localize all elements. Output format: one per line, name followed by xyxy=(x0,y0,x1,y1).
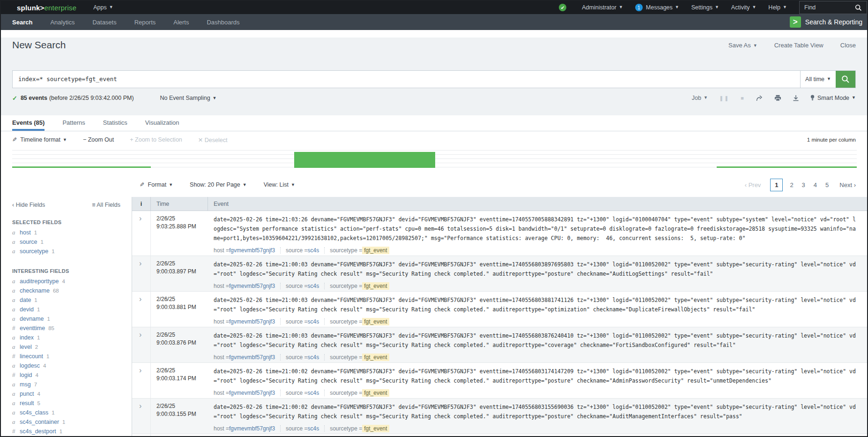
sourcetype-value[interactable]: fgt_event xyxy=(362,247,389,254)
page-button-3[interactable]: 3 xyxy=(802,181,805,188)
source-value[interactable]: sc4s xyxy=(307,318,319,325)
timeline-format-menu[interactable]: ✎ Timeline format▼ xyxy=(12,136,67,143)
source-value[interactable]: sc4s xyxy=(307,354,319,361)
expand-event-icon[interactable]: › xyxy=(139,331,141,339)
zoom-out-button[interactable]: − Zoom Out xyxy=(83,136,114,143)
health-status-button[interactable]: ✔ xyxy=(559,4,570,11)
field-item-level[interactable]: alevel2 xyxy=(12,342,132,352)
source-value[interactable]: sc4s xyxy=(307,283,319,289)
field-item-checkname[interactable]: acheckname68 xyxy=(12,286,132,295)
field-item-eventtime[interactable]: #eventtime85 xyxy=(12,324,132,333)
sourcetype-value[interactable]: fgt_event xyxy=(362,425,389,432)
field-item-result[interactable]: aresult5 xyxy=(12,399,132,408)
page-button-5[interactable]: 5 xyxy=(825,181,829,188)
nav-alerts[interactable]: Alerts xyxy=(173,19,189,26)
administrator-menu[interactable]: Administrator▼ xyxy=(582,4,623,11)
timeline-bar[interactable] xyxy=(717,166,857,168)
field-item-index[interactable]: aindex1 xyxy=(12,333,132,342)
current-app[interactable]: > Search & Reporting xyxy=(790,16,862,28)
timeline-bar[interactable] xyxy=(12,166,151,168)
per-page-menu[interactable]: Show: 20 Per Page▼ xyxy=(190,181,247,188)
field-item-date[interactable]: adate1 xyxy=(12,295,132,305)
nav-dashboards[interactable]: Dashboards xyxy=(207,19,239,26)
host-value[interactable]: fgvmevmbf57gnjf3 xyxy=(229,283,275,289)
field-item-logid[interactable]: #logid4 xyxy=(12,370,132,380)
source-value[interactable]: sc4s xyxy=(307,425,319,432)
sourcetype-value[interactable]: fgt_event xyxy=(362,389,389,397)
search-mode-menu[interactable]: Smart Mode▼ xyxy=(810,95,856,101)
expand-event-icon[interactable]: › xyxy=(139,402,141,410)
nav-datasets[interactable]: Datasets xyxy=(92,19,116,26)
activity-menu[interactable]: Activity▼ xyxy=(731,4,757,11)
tab-events[interactable]: Events (85) xyxy=(12,115,45,131)
source-value[interactable]: sc4s xyxy=(307,247,319,254)
find-input[interactable]: Find xyxy=(799,1,867,14)
sourcetype-value[interactable]: fgt_event xyxy=(362,318,389,325)
job-menu[interactable]: Job▼ xyxy=(692,95,708,101)
all-fields-button[interactable]: ≡ All Fields xyxy=(92,202,120,208)
search-button[interactable] xyxy=(836,71,855,88)
tab-patterns[interactable]: Patterns xyxy=(62,115,85,131)
host-value[interactable]: fgvmevmbf57gnjf3 xyxy=(229,318,275,325)
expand-event-icon[interactable]: › xyxy=(139,214,141,222)
source-value[interactable]: sc4s xyxy=(307,390,319,396)
page-button-2[interactable]: 2 xyxy=(790,181,793,188)
tab-visualization[interactable]: Visualization xyxy=(145,115,179,131)
field-item-linecount[interactable]: #linecount1 xyxy=(12,352,132,361)
field-item-source[interactable]: asource1 xyxy=(12,237,132,247)
format-menu[interactable]: ✎ Format▼ xyxy=(140,181,173,188)
event-row: ›2/26/259:00:03.881 PMdate=2025-02-26 ti… xyxy=(132,292,867,327)
field-item-sourcetype[interactable]: asourcetype1 xyxy=(12,247,132,256)
event-raw-line: date=2025-02-26 time=21:00:03 devname="F… xyxy=(214,295,867,305)
sourcetype-value[interactable]: fgt_event xyxy=(362,354,389,361)
pagination-pages: 12345 xyxy=(767,179,833,191)
host-value[interactable]: fgvmevmbf57gnjf3 xyxy=(229,425,275,432)
sourcetype-label: sourcetype = xyxy=(330,390,362,396)
tab-statistics[interactable]: Statistics xyxy=(103,115,127,131)
host-value[interactable]: fgvmevmbf57gnjf3 xyxy=(229,354,275,361)
expand-event-icon[interactable]: › xyxy=(139,366,141,374)
host-value[interactable]: fgvmevmbf57gnjf3 xyxy=(229,390,275,396)
field-item-sc4s_class[interactable]: asc4s_class1 xyxy=(12,408,132,417)
timeline-bar[interactable] xyxy=(294,152,435,168)
field-item-sc4s_destport[interactable]: #sc4s_destport1 xyxy=(12,427,132,436)
timeline-chart[interactable] xyxy=(1,148,867,173)
settings-menu[interactable]: Settings▼ xyxy=(691,4,719,11)
close-button[interactable]: Close xyxy=(840,42,856,49)
splunk-logo[interactable]: splunk>enterprise xyxy=(17,4,76,12)
next-page-button[interactable]: Next › xyxy=(839,181,856,188)
create-table-view-button[interactable]: Create Table View xyxy=(774,42,823,49)
page-button-4[interactable]: 4 xyxy=(814,181,817,188)
nav-analytics[interactable]: Analytics xyxy=(50,19,74,26)
page-button-1[interactable]: 1 xyxy=(770,179,783,191)
messages-menu[interactable]: 1Messages▼ xyxy=(635,4,679,11)
export-button[interactable] xyxy=(793,95,799,101)
field-item-sc4s_container[interactable]: asc4s_container1 xyxy=(12,417,132,427)
field-item-devid[interactable]: adevid1 xyxy=(12,305,132,314)
time-range-picker[interactable]: All time▼ xyxy=(800,71,836,88)
field-item-devname[interactable]: adevname1 xyxy=(12,314,132,324)
chevron-down-icon: ▼ xyxy=(752,5,756,9)
nav-reports[interactable]: Reports xyxy=(134,19,156,26)
help-menu[interactable]: Help▼ xyxy=(768,4,787,11)
share-button[interactable] xyxy=(756,95,763,101)
field-item-msg[interactable]: amsg7 xyxy=(12,380,132,389)
expand-event-icon[interactable]: › xyxy=(139,259,141,267)
field-item-host[interactable]: ahost1 xyxy=(12,228,132,237)
nav-search[interactable]: Search xyxy=(12,19,32,26)
field-item-auditreporttype[interactable]: aauditreporttype4 xyxy=(12,277,132,286)
expand-event-icon[interactable]: › xyxy=(139,295,141,303)
host-value[interactable]: fgvmevmbf57gnjf3 xyxy=(229,247,275,254)
event-cell: date=2025-02-26 time=21:03:26 devname="F… xyxy=(208,211,867,256)
view-menu[interactable]: View: List▼ xyxy=(264,181,295,188)
column-header-info: i xyxy=(132,197,151,211)
apps-menu[interactable]: Apps▼ xyxy=(93,4,113,11)
search-query-input[interactable]: index=* sourcetype=fgt_event xyxy=(13,71,800,88)
save-as-menu[interactable]: Save As▼ xyxy=(728,42,757,49)
field-item-punct[interactable]: apunct4 xyxy=(12,389,132,399)
print-button[interactable] xyxy=(774,95,781,101)
sourcetype-value[interactable]: fgt_event xyxy=(362,282,389,290)
hide-fields-button[interactable]: ‹ Hide Fields xyxy=(12,202,45,208)
field-item-logdesc[interactable]: alogdesc4 xyxy=(12,361,132,370)
event-sampling-menu[interactable]: No Event Sampling▼ xyxy=(160,95,217,101)
